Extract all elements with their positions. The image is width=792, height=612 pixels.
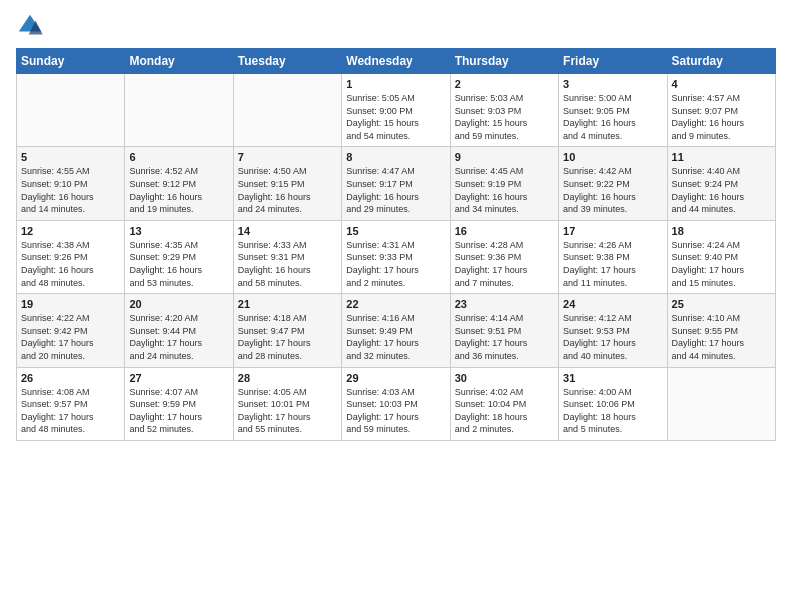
calendar-cell: 23Sunrise: 4:14 AM Sunset: 9:51 PM Dayli… [450,294,558,367]
day-info: Sunrise: 4:55 AM Sunset: 9:10 PM Dayligh… [21,165,120,215]
day-info: Sunrise: 4:26 AM Sunset: 9:38 PM Dayligh… [563,239,662,289]
day-info: Sunrise: 4:28 AM Sunset: 9:36 PM Dayligh… [455,239,554,289]
day-number: 21 [238,298,337,310]
calendar-cell: 13Sunrise: 4:35 AM Sunset: 9:29 PM Dayli… [125,220,233,293]
day-number: 22 [346,298,445,310]
calendar-week-3: 12Sunrise: 4:38 AM Sunset: 9:26 PM Dayli… [17,220,776,293]
day-number: 15 [346,225,445,237]
day-info: Sunrise: 4:08 AM Sunset: 9:57 PM Dayligh… [21,386,120,436]
day-info: Sunrise: 4:45 AM Sunset: 9:19 PM Dayligh… [455,165,554,215]
calendar-body: 1Sunrise: 5:05 AM Sunset: 9:00 PM Daylig… [17,74,776,441]
day-info: Sunrise: 4:38 AM Sunset: 9:26 PM Dayligh… [21,239,120,289]
day-number: 19 [21,298,120,310]
page: SundayMondayTuesdayWednesdayThursdayFrid… [0,0,792,612]
calendar-week-1: 1Sunrise: 5:05 AM Sunset: 9:00 PM Daylig… [17,74,776,147]
calendar-cell: 6Sunrise: 4:52 AM Sunset: 9:12 PM Daylig… [125,147,233,220]
day-number: 11 [672,151,771,163]
calendar-cell: 26Sunrise: 4:08 AM Sunset: 9:57 PM Dayli… [17,367,125,440]
day-number: 7 [238,151,337,163]
day-info: Sunrise: 4:10 AM Sunset: 9:55 PM Dayligh… [672,312,771,362]
calendar-cell: 24Sunrise: 4:12 AM Sunset: 9:53 PM Dayli… [559,294,667,367]
day-number: 17 [563,225,662,237]
day-number: 1 [346,78,445,90]
logo [16,12,48,40]
day-info: Sunrise: 4:57 AM Sunset: 9:07 PM Dayligh… [672,92,771,142]
day-info: Sunrise: 4:22 AM Sunset: 9:42 PM Dayligh… [21,312,120,362]
day-info: Sunrise: 4:18 AM Sunset: 9:47 PM Dayligh… [238,312,337,362]
day-number: 18 [672,225,771,237]
day-number: 6 [129,151,228,163]
day-info: Sunrise: 4:20 AM Sunset: 9:44 PM Dayligh… [129,312,228,362]
day-info: Sunrise: 5:00 AM Sunset: 9:05 PM Dayligh… [563,92,662,142]
weekday-header-wednesday: Wednesday [342,49,450,74]
day-info: Sunrise: 4:42 AM Sunset: 9:22 PM Dayligh… [563,165,662,215]
logo-icon [16,12,44,40]
calendar-cell [17,74,125,147]
day-number: 23 [455,298,554,310]
calendar-cell: 3Sunrise: 5:00 AM Sunset: 9:05 PM Daylig… [559,74,667,147]
calendar-cell: 2Sunrise: 5:03 AM Sunset: 9:03 PM Daylig… [450,74,558,147]
calendar-week-5: 26Sunrise: 4:08 AM Sunset: 9:57 PM Dayli… [17,367,776,440]
calendar-cell: 27Sunrise: 4:07 AM Sunset: 9:59 PM Dayli… [125,367,233,440]
calendar-cell: 20Sunrise: 4:20 AM Sunset: 9:44 PM Dayli… [125,294,233,367]
calendar-cell: 31Sunrise: 4:00 AM Sunset: 10:06 PM Dayl… [559,367,667,440]
day-info: Sunrise: 4:02 AM Sunset: 10:04 PM Daylig… [455,386,554,436]
calendar-cell: 12Sunrise: 4:38 AM Sunset: 9:26 PM Dayli… [17,220,125,293]
header [16,12,776,40]
calendar-week-4: 19Sunrise: 4:22 AM Sunset: 9:42 PM Dayli… [17,294,776,367]
calendar-cell: 25Sunrise: 4:10 AM Sunset: 9:55 PM Dayli… [667,294,775,367]
calendar-cell: 9Sunrise: 4:45 AM Sunset: 9:19 PM Daylig… [450,147,558,220]
day-info: Sunrise: 4:00 AM Sunset: 10:06 PM Daylig… [563,386,662,436]
day-info: Sunrise: 4:31 AM Sunset: 9:33 PM Dayligh… [346,239,445,289]
day-info: Sunrise: 4:47 AM Sunset: 9:17 PM Dayligh… [346,165,445,215]
day-number: 3 [563,78,662,90]
calendar-cell: 10Sunrise: 4:42 AM Sunset: 9:22 PM Dayli… [559,147,667,220]
calendar-cell: 17Sunrise: 4:26 AM Sunset: 9:38 PM Dayli… [559,220,667,293]
day-info: Sunrise: 4:16 AM Sunset: 9:49 PM Dayligh… [346,312,445,362]
day-number: 16 [455,225,554,237]
weekday-row: SundayMondayTuesdayWednesdayThursdayFrid… [17,49,776,74]
day-number: 13 [129,225,228,237]
calendar-cell: 8Sunrise: 4:47 AM Sunset: 9:17 PM Daylig… [342,147,450,220]
day-number: 2 [455,78,554,90]
day-number: 29 [346,372,445,384]
calendar-cell: 16Sunrise: 4:28 AM Sunset: 9:36 PM Dayli… [450,220,558,293]
weekday-header-friday: Friday [559,49,667,74]
day-info: Sunrise: 4:24 AM Sunset: 9:40 PM Dayligh… [672,239,771,289]
day-number: 30 [455,372,554,384]
weekday-header-thursday: Thursday [450,49,558,74]
calendar-cell [125,74,233,147]
day-info: Sunrise: 4:07 AM Sunset: 9:59 PM Dayligh… [129,386,228,436]
calendar-cell: 30Sunrise: 4:02 AM Sunset: 10:04 PM Dayl… [450,367,558,440]
calendar-cell: 21Sunrise: 4:18 AM Sunset: 9:47 PM Dayli… [233,294,341,367]
day-number: 27 [129,372,228,384]
day-info: Sunrise: 4:12 AM Sunset: 9:53 PM Dayligh… [563,312,662,362]
calendar-cell: 22Sunrise: 4:16 AM Sunset: 9:49 PM Dayli… [342,294,450,367]
calendar-cell: 19Sunrise: 4:22 AM Sunset: 9:42 PM Dayli… [17,294,125,367]
calendar-cell [233,74,341,147]
day-number: 4 [672,78,771,90]
day-number: 9 [455,151,554,163]
calendar-cell: 7Sunrise: 4:50 AM Sunset: 9:15 PM Daylig… [233,147,341,220]
day-number: 31 [563,372,662,384]
calendar-cell: 18Sunrise: 4:24 AM Sunset: 9:40 PM Dayli… [667,220,775,293]
day-number: 20 [129,298,228,310]
calendar-cell: 15Sunrise: 4:31 AM Sunset: 9:33 PM Dayli… [342,220,450,293]
day-number: 25 [672,298,771,310]
day-number: 12 [21,225,120,237]
day-number: 26 [21,372,120,384]
day-info: Sunrise: 4:33 AM Sunset: 9:31 PM Dayligh… [238,239,337,289]
day-number: 24 [563,298,662,310]
day-number: 10 [563,151,662,163]
day-info: Sunrise: 5:03 AM Sunset: 9:03 PM Dayligh… [455,92,554,142]
calendar-cell: 14Sunrise: 4:33 AM Sunset: 9:31 PM Dayli… [233,220,341,293]
calendar-cell: 28Sunrise: 4:05 AM Sunset: 10:01 PM Dayl… [233,367,341,440]
weekday-header-sunday: Sunday [17,49,125,74]
day-info: Sunrise: 4:52 AM Sunset: 9:12 PM Dayligh… [129,165,228,215]
calendar-cell: 4Sunrise: 4:57 AM Sunset: 9:07 PM Daylig… [667,74,775,147]
calendar-cell [667,367,775,440]
calendar-cell: 29Sunrise: 4:03 AM Sunset: 10:03 PM Dayl… [342,367,450,440]
calendar-table: SundayMondayTuesdayWednesdayThursdayFrid… [16,48,776,441]
calendar-header: SundayMondayTuesdayWednesdayThursdayFrid… [17,49,776,74]
day-number: 5 [21,151,120,163]
